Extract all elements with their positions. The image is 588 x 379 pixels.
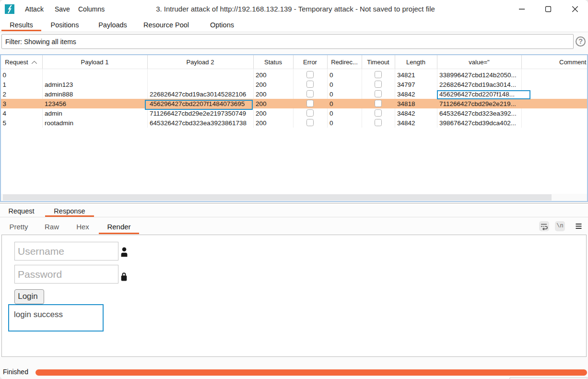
tab-resource-pool[interactable]: Resource Pool [137, 18, 195, 32]
cell-redirect[interactable]: 0 [327, 89, 362, 99]
cell-length[interactable]: 34821 [395, 70, 437, 80]
hamburger-menu-icon[interactable] [574, 221, 584, 231]
cell-status[interactable]: 200 [253, 99, 293, 108]
column-header-length[interactable]: Length [395, 55, 437, 69]
cell-status[interactable]: 200 [253, 89, 293, 99]
table-row[interactable]: 3123456456296427cbd2207f1484073695200034… [0, 99, 588, 108]
column-header-payload2[interactable]: Payload 2 [147, 55, 254, 69]
cell-payload2[interactable]: 226826427cbd19ac30145282106 [147, 89, 253, 99]
view-tab-raw[interactable]: Raw [36, 220, 68, 234]
username-input[interactable] [14, 242, 118, 261]
menu-attack[interactable]: Attack [25, 0, 44, 18]
tab-options[interactable]: Options [195, 18, 249, 32]
cell-request[interactable]: 4 [0, 108, 42, 118]
table-row[interactable]: 5rootadmin645326427cbd323ea3923861738200… [0, 118, 588, 128]
cell-payload1[interactable]: admin888 [42, 89, 147, 99]
cell-value[interactable]: 711266427cbd29e2e219... [437, 99, 521, 108]
cell-payload1[interactable]: 123456 [42, 99, 147, 108]
password-input[interactable] [14, 265, 118, 284]
column-header-comment[interactable]: Comment [521, 55, 588, 69]
cell-status[interactable]: 200 [253, 118, 293, 128]
cell-payload1[interactable]: admin [42, 108, 147, 118]
cell-length[interactable]: 34842 [395, 108, 437, 118]
view-tab-hex[interactable]: Hex [68, 220, 98, 234]
timeout-checkbox[interactable] [375, 100, 382, 107]
column-header-status[interactable]: Status [253, 55, 294, 69]
cell-status[interactable]: 200 [253, 80, 293, 89]
cell-comment[interactable] [521, 108, 587, 118]
cell-status[interactable]: 200 [253, 70, 293, 80]
column-header-payload1[interactable]: Payload 1 [42, 55, 148, 69]
cell-redirect[interactable]: 0 [327, 70, 362, 80]
cell-payload1[interactable]: admin123 [42, 80, 147, 89]
cell-redirect[interactable]: 0 [327, 99, 362, 108]
cell-length[interactable]: 34797 [395, 80, 437, 89]
cell-request[interactable]: 5 [0, 118, 42, 128]
cell-length[interactable]: 34842 [395, 89, 437, 99]
table-row[interactable]: 4admin711266427cbd29e2e21973507492000348… [0, 108, 588, 118]
word-wrap-icon[interactable] [539, 221, 549, 231]
menu-save[interactable]: Save [55, 0, 70, 18]
cell-request[interactable]: 0 [0, 70, 42, 80]
cell-value[interactable]: 456296427cbd2207f148... [437, 89, 521, 99]
cell-comment[interactable] [521, 89, 587, 99]
horizontal-scrollbar-thumb[interactable] [3, 194, 552, 201]
cell-comment[interactable] [521, 80, 587, 89]
column-header-timeout[interactable]: Timeout [362, 55, 395, 69]
horizontal-scrollbar[interactable] [1, 194, 587, 201]
timeout-checkbox[interactable] [375, 81, 382, 88]
cell-comment[interactable] [521, 99, 587, 108]
menu-columns[interactable]: Columns [78, 0, 105, 18]
error-checkbox[interactable] [306, 81, 314, 88]
filter-bar[interactable]: Filter: Showing all items [1, 34, 574, 49]
column-header-redirect[interactable]: Redirec... [327, 55, 362, 69]
error-checkbox[interactable] [306, 71, 314, 78]
maximize-button[interactable] [539, 0, 558, 18]
table-row[interactable]: 2admin888226826427cbd19ac301452821062000… [0, 89, 588, 99]
tab-payloads[interactable]: Payloads [88, 18, 137, 32]
editor-tab-response[interactable]: Response [45, 203, 94, 217]
cell-comment[interactable] [521, 118, 587, 128]
cell-request[interactable]: 1 [0, 80, 42, 89]
error-checkbox[interactable] [306, 109, 314, 117]
column-header-request[interactable]: Request [0, 55, 43, 69]
cell-length[interactable]: 34818 [395, 99, 437, 108]
close-button[interactable] [565, 0, 585, 18]
cell-payload2[interactable] [147, 70, 253, 80]
cell-value[interactable]: 398676427cbd39dca402... [437, 118, 521, 128]
table-row[interactable]: 0200034821338996427cbd124b2050... [0, 70, 588, 80]
timeout-checkbox[interactable] [375, 119, 382, 126]
timeout-checkbox[interactable] [375, 90, 382, 97]
cell-request[interactable]: 2 [0, 89, 42, 99]
cell-redirect[interactable]: 0 [327, 80, 362, 89]
table-row[interactable]: 1admin123200034797226826427cbd19ac3014..… [0, 80, 588, 89]
view-tab-pretty[interactable]: Pretty [1, 220, 36, 234]
timeout-checkbox[interactable] [375, 109, 382, 117]
cell-value[interactable]: 338996427cbd124b2050... [437, 70, 521, 80]
login-button[interactable]: Login [14, 289, 44, 304]
help-icon[interactable]: ? [576, 36, 586, 47]
column-header-error[interactable]: Error [293, 55, 328, 69]
tab-results[interactable]: Results [1, 18, 41, 32]
cell-comment[interactable] [521, 70, 587, 80]
cell-payload2[interactable]: 456296427cbd2207f1484073695 [147, 99, 253, 108]
error-checkbox[interactable] [306, 90, 314, 97]
cell-payload2[interactable]: 711266427cbd29e2e2197350749 [147, 108, 253, 118]
cell-value[interactable]: 226826427cbd19ac3014... [437, 80, 521, 89]
error-checkbox[interactable] [306, 119, 314, 126]
minimize-button[interactable] [512, 0, 531, 18]
cell-length[interactable]: 34842 [395, 118, 437, 128]
cell-value[interactable]: 645326427cbd323ea392... [437, 108, 521, 118]
cell-payload1[interactable] [42, 70, 147, 80]
cell-redirect[interactable]: 0 [327, 118, 362, 128]
timeout-checkbox[interactable] [375, 71, 382, 78]
tab-positions[interactable]: Positions [41, 18, 88, 32]
newline-icon[interactable]: \n [555, 221, 565, 231]
cell-status[interactable]: 200 [253, 108, 293, 118]
cell-redirect[interactable]: 0 [327, 108, 362, 118]
column-header-value[interactable]: value=" [437, 55, 522, 69]
editor-tab-request[interactable]: Request [1, 203, 41, 217]
view-tab-render[interactable]: Render [99, 220, 139, 234]
cell-payload1[interactable]: rootadmin [42, 118, 147, 128]
cell-payload2[interactable] [147, 80, 253, 89]
